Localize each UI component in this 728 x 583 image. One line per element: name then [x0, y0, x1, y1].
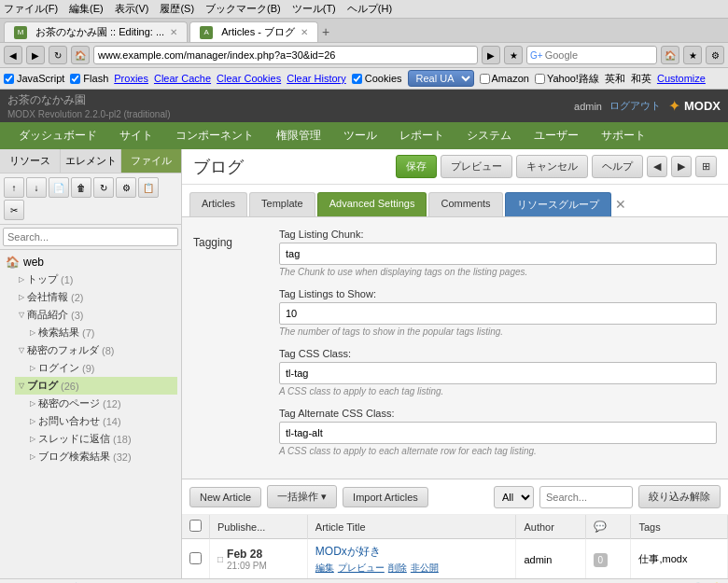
menu-file[interactable]: ファイル(F) — [4, 2, 58, 16]
nav-tools[interactable]: ツール — [332, 122, 388, 149]
cookies-checkbox[interactable] — [352, 74, 362, 84]
nav-support[interactable]: サポート — [590, 122, 657, 149]
tree-item-blog-search[interactable]: ▷ ブログ検索結果 (32) — [26, 448, 177, 465]
sidebar-tab-files[interactable]: ファイル — [121, 149, 181, 173]
customize-link[interactable]: Customize — [657, 73, 706, 84]
preview-button[interactable]: プレビュー — [441, 155, 512, 178]
real-ua-select[interactable]: Real UA — [408, 70, 474, 87]
tree-item-products[interactable]: ▽ 商品紹介 (3) — [15, 306, 177, 324]
sidebar-icon-copy[interactable]: 📋 — [138, 177, 159, 198]
sidebar-tab-resources[interactable]: リソース — [0, 149, 61, 173]
sidebar-tab-elements[interactable]: エレメント — [61, 149, 121, 173]
proxies-link[interactable]: Proxies — [114, 73, 148, 84]
tab-advanced-settings[interactable]: Advanced Settings — [317, 192, 427, 216]
icon-btn-1[interactable]: ◀ — [647, 156, 667, 177]
browser-tab-2[interactable]: A Articles - ブログ ✕ — [189, 21, 318, 42]
filter-all-select[interactable]: All — [494, 486, 534, 508]
tab-comments[interactable]: Comments — [428, 192, 502, 216]
col-title[interactable]: Article Title — [307, 515, 516, 539]
app-logout-button[interactable]: ログアウト — [609, 99, 661, 113]
row1-preview[interactable]: プレビュー — [338, 562, 385, 575]
browser-icon-1[interactable]: 🏠 — [661, 46, 679, 64]
menu-view[interactable]: 表示(V) — [115, 2, 149, 16]
menu-history[interactable]: 履歴(S) — [160, 2, 194, 16]
tree-item-secret-folder[interactable]: ▽ 秘密のフォルダ (8) — [15, 341, 177, 359]
tree-item-contact[interactable]: ▷ お問い合わせ (14) — [26, 412, 177, 430]
row1-unpublish[interactable]: 非公開 — [411, 562, 439, 575]
menu-tools[interactable]: ツール(T) — [292, 2, 336, 16]
nav-reports[interactable]: レポート — [388, 122, 455, 149]
tab-close-1[interactable]: ✕ — [170, 27, 177, 37]
sidebar-icon-cut[interactable]: ✂ — [4, 200, 24, 220]
nav-users[interactable]: ユーザー — [523, 122, 590, 149]
filter-reset-button[interactable]: 絞り込み解除 — [638, 485, 721, 508]
flash-toggle[interactable]: Flash — [70, 73, 108, 84]
sidebar-icon-down[interactable]: ↓ — [26, 177, 47, 198]
back-button[interactable]: ◀ — [4, 46, 22, 64]
sidebar-icon-new[interactable]: 📄 — [49, 177, 69, 198]
tree-item-secret-page[interactable]: ▷ 秘密のページ (12) — [26, 395, 177, 412]
tree-root-web[interactable]: 🏠 web — [4, 254, 177, 271]
save-button[interactable]: 保存 — [396, 155, 437, 178]
nav-dashboard[interactable]: ダッシュボード — [7, 122, 108, 149]
url-input[interactable] — [93, 46, 478, 64]
col-published[interactable]: Publishe... — [210, 515, 308, 539]
tree-item-search[interactable]: ▷ 検索結果 (7) — [26, 324, 177, 341]
yahoo-checkbox[interactable] — [535, 74, 545, 84]
select-all-checkbox[interactable] — [189, 520, 202, 532]
browser-icon-2[interactable]: ★ — [683, 46, 702, 64]
batch-button[interactable]: 一括操作 ▾ — [267, 485, 337, 508]
row1-title[interactable]: MODxが好き — [315, 544, 509, 560]
js-toggle[interactable]: JavaScript — [4, 73, 64, 84]
clear-cache-link[interactable]: Clear Cache — [154, 73, 211, 84]
sidebar-icon-settings[interactable]: ⚙ — [116, 177, 136, 198]
field-input-1[interactable] — [279, 302, 717, 325]
menu-help[interactable]: ヘルプ(H) — [347, 2, 392, 16]
field-input-0[interactable] — [279, 243, 717, 265]
menu-bookmarks[interactable]: ブックマーク(B) — [205, 2, 281, 16]
tab-close-2[interactable]: ✕ — [301, 27, 308, 37]
tab-template[interactable]: Template — [249, 192, 315, 216]
amazon-toggle[interactable]: Amazon — [480, 73, 529, 84]
icon-btn-2[interactable]: ▶ — [671, 156, 692, 177]
forward-button[interactable]: ▶ — [26, 46, 45, 64]
nav-components[interactable]: コンポーネント — [164, 122, 265, 149]
nav-permissions[interactable]: 権限管理 — [265, 122, 332, 149]
sidebar-icon-refresh[interactable]: ↻ — [93, 177, 114, 198]
icon-btn-3[interactable]: ⊞ — [695, 156, 717, 177]
browser-icon-3[interactable]: ⚙ — [706, 46, 724, 64]
tab-resource-groups[interactable]: リソースグループ — [505, 192, 611, 216]
help-button[interactable]: ヘルプ — [592, 155, 643, 178]
browser-tab-1[interactable]: M お茶のなかみ園 :: Editing: ... ✕ — [4, 21, 188, 42]
go-button[interactable]: ▶ — [482, 46, 500, 64]
cancel-button[interactable]: キャンセル — [516, 155, 588, 178]
row1-delete[interactable]: 削除 — [388, 562, 407, 575]
new-article-button[interactable]: New Article — [189, 487, 261, 507]
new-tab-button[interactable]: + — [322, 24, 329, 39]
clear-cookies-link[interactable]: Clear Cookies — [217, 73, 281, 84]
tree-item-top[interactable]: ▷ トップ (1) — [15, 271, 177, 288]
sidebar-icon-up[interactable]: ↑ — [4, 177, 24, 198]
col-author[interactable]: Author — [516, 515, 585, 539]
amazon-checkbox[interactable] — [480, 74, 490, 84]
js-checkbox[interactable] — [4, 74, 14, 84]
yahoo-toggle[interactable]: Yahoo!路線 — [535, 72, 599, 86]
row1-checkbox[interactable] — [189, 552, 202, 564]
sidebar-search-input[interactable] — [3, 228, 178, 246]
tab-close-button[interactable]: ✕ — [613, 192, 628, 216]
field-input-3[interactable] — [279, 422, 717, 444]
flash-checkbox[interactable] — [70, 74, 80, 84]
row1-edit[interactable]: 編集 — [315, 562, 334, 575]
menu-edit[interactable]: 編集(E) — [69, 2, 104, 16]
field-input-2[interactable] — [279, 362, 717, 384]
refresh-button[interactable]: ↻ — [49, 46, 67, 64]
import-button[interactable]: Import Articles — [343, 487, 428, 507]
sidebar-icon-delete[interactable]: 🗑 — [71, 177, 91, 198]
nav-system[interactable]: システム — [455, 122, 523, 149]
tree-item-company[interactable]: ▷ 会社情報 (2) — [15, 288, 177, 306]
cookies-toggle[interactable]: Cookies — [352, 73, 402, 84]
tree-item-blog[interactable]: ▽ ブログ (26) — [15, 377, 177, 395]
clear-history-link[interactable]: Clear History — [287, 73, 346, 84]
home-button[interactable]: 🏠 — [71, 46, 90, 64]
tab-articles[interactable]: Articles — [189, 192, 247, 216]
